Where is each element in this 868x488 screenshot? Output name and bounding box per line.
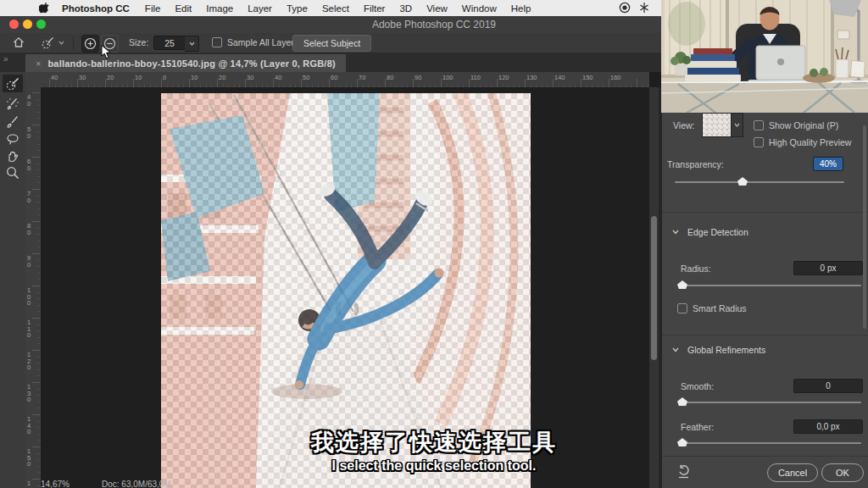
h-ruler-label: 30 [79,74,86,81]
menu-extra-icon[interactable] [639,2,649,14]
brush-tool-button[interactable] [3,113,23,130]
chevron-down-icon [58,41,64,45]
refine-edge-brush-tool-icon [5,96,20,111]
add-to-selection-button[interactable] [81,35,99,53]
v-ruler-label: 9 0 [27,255,31,268]
feather-slider-thumb[interactable] [677,438,687,446]
screen-recording-icon[interactable] [619,2,631,14]
high-quality-preview-checkbox[interactable] [754,137,764,147]
menu-item-layer[interactable]: Layer [248,3,272,14]
zoom-level-field[interactable]: 14,67% [41,480,70,488]
close-tab-icon[interactable]: × [36,58,41,69]
select-subject-button[interactable]: Select Subject [292,35,371,52]
ruler-origin-corner[interactable] [25,72,42,88]
smooth-label: Smooth: [681,381,714,391]
v-ruler-label: 1 0 0 [27,287,31,307]
show-original-checkbox[interactable] [754,120,764,130]
h-ruler-label: 120 [498,74,509,81]
h-ruler-label: 20 [219,74,225,81]
view-label: View: [673,120,695,130]
transparency-value-field[interactable]: 40% [813,157,843,171]
cancel-button[interactable]: Cancel [767,463,818,482]
show-original-label: Show Original (P) [769,120,838,130]
view-mode-dropdown-button[interactable] [731,113,743,137]
high-quality-preview-row[interactable]: High Quality Preview [754,137,851,147]
menu-item-edit[interactable]: Edit [175,3,192,14]
brush-tool-icon [5,114,20,130]
edge-detection-section-header[interactable]: Edge Detection [672,227,748,237]
menu-item-select[interactable]: Select [322,3,349,14]
menu-item-photoshop-cc[interactable]: Photoshop CC [62,3,130,14]
document-tab-title: ballando-ballerino-bboy-1510540.jpg @ 14… [47,58,335,69]
menu-item-type[interactable]: Type [287,3,308,14]
v-ruler-label: 1 4 0 [27,416,31,435]
quick-selection-tool-button[interactable] [3,75,23,92]
h-ruler-label: 50 [303,74,309,81]
panel-scrollbar-thumb[interactable] [863,125,866,329]
transparency-slider-thumb[interactable] [737,177,748,186]
h-ruler-label: 10 [135,74,142,81]
view-mode-thumbnail[interactable] [702,113,732,137]
transparency-label: Transparency: [667,159,724,169]
h-ruler-label: 90 [415,74,421,81]
feather-value-field[interactable]: 0,0 px [793,419,863,434]
v-ruler-label: 4 0 [27,94,31,107]
zoom-tool-icon [5,165,20,180]
global-refinements-section-header[interactable]: Global Refinements [672,345,765,355]
v-ruler-label: 8 0 [27,223,31,236]
screen: Photoshop CC FileEditImageLayerTypeSelec… [0,0,868,488]
menu-item-3d[interactable]: 3D [399,3,412,14]
sample-all-layers-checkbox[interactable] [212,37,222,47]
canvas-scrollbar-thumb[interactable] [651,216,657,360]
quick-selection-tool-preset-icon[interactable] [41,36,64,50]
tab-overflow-icon[interactable]: » [3,54,8,64]
quick-selection-tool-icon [5,76,20,92]
smart-radius-checkbox[interactable] [677,303,687,313]
tool-bar [0,72,26,488]
ok-button[interactable]: OK [821,463,864,482]
vertical-ruler[interactable]: 4 05 06 07 08 09 01 0 01 1 01 2 01 3 01 … [25,87,42,488]
lasso-tool-icon [5,132,20,147]
size-value-field[interactable]: 25 [153,36,186,50]
menu-item-view[interactable]: View [426,3,448,14]
menu-item-window[interactable]: Window [462,3,497,14]
document-tab[interactable]: × ballando-ballerino-bboy-1510540.jpg @ … [25,54,346,72]
v-ruler-label: 1 5 0 [27,448,31,468]
reset-workspace-icon[interactable] [677,464,691,479]
chevron-down-icon [734,123,740,127]
lasso-tool-button[interactable] [3,130,23,148]
hand-tool-button[interactable] [3,147,23,164]
smooth-slider[interactable] [681,402,861,403]
canvas[interactable] [41,87,649,488]
menu-item-help[interactable]: Help [511,3,531,14]
radius-slider-thumb[interactable] [677,280,687,289]
sample-all-layers-row[interactable]: Sample All Layers [212,37,298,47]
menu-item-filter[interactable]: Filter [364,3,386,14]
smart-radius-row[interactable]: Smart Radius [677,303,747,313]
smooth-value-field[interactable]: 0 [793,379,863,393]
refine-edge-brush-tool-button[interactable] [3,94,23,112]
radius-slider[interactable] [681,285,861,286]
size-dropdown-button[interactable] [185,36,199,52]
h-ruler-label: 10 [191,74,198,81]
document-size-info: Doc: 63,0M/63,0M [102,480,171,488]
smooth-slider-thumb[interactable] [677,397,687,406]
home-icon[interactable] [12,36,25,49]
canvas-scrollbar[interactable] [649,87,659,488]
menu-item-file[interactable]: File [145,3,161,14]
feather-slider[interactable] [681,442,861,444]
show-original-row[interactable]: Show Original (P) [754,120,838,130]
apple-menu-icon[interactable] [39,2,50,14]
hand-tool-icon [5,148,20,164]
status-options-chevron-icon[interactable]: › [195,480,198,488]
document-image[interactable] [161,93,531,488]
menu-items: FileEditImageLayerTypeSelectFilter3DView… [145,3,546,14]
radius-value-field[interactable]: 0 px [793,261,863,275]
zoom-tool-button[interactable] [3,164,23,181]
horizontal-ruler[interactable]: 4030201001020304050607080901001101201301… [41,72,649,88]
h-ruler-label: 20 [107,74,114,81]
menu-item-image[interactable]: Image [206,3,233,14]
transparency-slider[interactable] [675,181,844,183]
h-ruler-label: 0 [163,74,166,81]
h-ruler-label: 110 [470,74,481,81]
